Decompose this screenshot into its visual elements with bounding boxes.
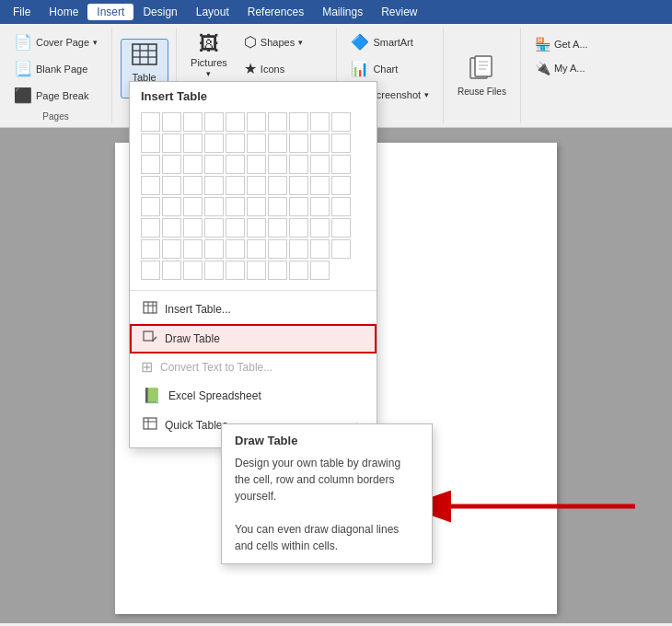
grid-cell[interactable]: [162, 197, 181, 216]
grid-cell[interactable]: [226, 197, 245, 216]
grid-cell[interactable]: [183, 112, 203, 132]
grid-cell[interactable]: [162, 218, 181, 238]
draw-table-option[interactable]: Draw Table: [130, 324, 377, 354]
grid-cell[interactable]: [247, 218, 266, 238]
grid-cell[interactable]: [289, 133, 308, 153]
grid-cell[interactable]: [268, 112, 287, 132]
grid-cell[interactable]: [226, 112, 245, 132]
grid-cell[interactable]: [268, 176, 287, 195]
grid-cell[interactable]: [331, 218, 351, 238]
insert-table-option[interactable]: Insert Table...: [130, 295, 377, 324]
grid-cell[interactable]: [204, 133, 224, 153]
grid-cell[interactable]: [204, 112, 224, 132]
page-break-button[interactable]: ⬛ Page Break: [7, 83, 104, 108]
grid-cell[interactable]: [204, 261, 224, 280]
blank-page-button[interactable]: 📃 Blank Page: [7, 56, 104, 81]
grid-cell[interactable]: [289, 176, 308, 195]
grid-cell[interactable]: [183, 218, 203, 238]
grid-cell[interactable]: [289, 197, 308, 216]
grid-cell[interactable]: [204, 197, 224, 216]
grid-cell[interactable]: [268, 218, 287, 238]
grid-cell[interactable]: [226, 218, 245, 238]
grid-cell[interactable]: [268, 155, 287, 174]
grid-cell[interactable]: [289, 155, 308, 174]
grid-cell[interactable]: [141, 197, 160, 216]
menu-mailings[interactable]: Mailings: [313, 4, 372, 20]
grid-cell[interactable]: [310, 261, 330, 280]
grid-cell[interactable]: [162, 239, 181, 259]
grid-cell[interactable]: [268, 239, 287, 259]
grid-cell[interactable]: [141, 112, 160, 132]
grid-cell[interactable]: [310, 197, 330, 216]
grid-cell[interactable]: [247, 112, 266, 132]
grid-cell[interactable]: [310, 218, 330, 238]
grid-cell[interactable]: [226, 176, 245, 195]
menu-design[interactable]: Design: [133, 4, 186, 20]
grid-cell[interactable]: [141, 239, 160, 259]
grid-cell[interactable]: [289, 239, 308, 259]
grid-cell[interactable]: [289, 218, 308, 238]
grid-cell[interactable]: [204, 155, 224, 174]
menu-references[interactable]: References: [238, 4, 313, 20]
grid-cell[interactable]: [226, 133, 245, 153]
grid-cell[interactable]: [310, 133, 330, 153]
reuse-files-button[interactable]: Reuse Files: [451, 50, 513, 102]
grid-cell[interactable]: [162, 133, 181, 153]
cover-page-button[interactable]: 📄 Cover Page ▾: [7, 29, 104, 54]
grid-cell[interactable]: [247, 133, 266, 153]
grid-cell[interactable]: [289, 261, 308, 280]
shapes-button[interactable]: ⬡ Shapes ▾: [238, 29, 330, 54]
grid-cell[interactable]: [204, 239, 224, 259]
menu-review[interactable]: Review: [372, 4, 426, 20]
grid-cell[interactable]: [226, 261, 245, 280]
grid-cell[interactable]: [183, 261, 203, 280]
grid-cell[interactable]: [331, 112, 351, 132]
chart-button[interactable]: 📊 Chart: [344, 56, 404, 81]
grid-cell[interactable]: [310, 155, 330, 174]
grid-cell[interactable]: [226, 155, 245, 174]
grid-cell[interactable]: [141, 176, 160, 195]
icons-button[interactable]: ★ Icons: [238, 56, 330, 81]
menu-file[interactable]: File: [4, 4, 40, 20]
grid-cell[interactable]: [247, 176, 266, 195]
menu-layout[interactable]: Layout: [187, 4, 238, 20]
grid-cell[interactable]: [247, 197, 266, 216]
grid-cell[interactable]: [310, 176, 330, 195]
grid-cell[interactable]: [162, 155, 181, 174]
grid-cell[interactable]: [141, 218, 160, 238]
grid-cell[interactable]: [183, 133, 203, 153]
grid-cell[interactable]: [331, 176, 351, 195]
menu-home[interactable]: Home: [40, 4, 87, 20]
grid-cell[interactable]: [268, 133, 287, 153]
grid-cell[interactable]: [331, 239, 351, 259]
pictures-button[interactable]: 🖼 Pictures ▾: [184, 29, 234, 85]
grid-cell[interactable]: [310, 112, 330, 132]
grid-cell[interactable]: [331, 133, 351, 153]
grid-cell[interactable]: [162, 176, 181, 195]
grid-cell[interactable]: [204, 218, 224, 238]
grid-cell[interactable]: [162, 112, 181, 132]
grid-cell[interactable]: [141, 155, 160, 174]
grid-cell[interactable]: [183, 155, 203, 174]
grid-cell[interactable]: [141, 133, 160, 153]
smartart-button[interactable]: 🔷 SmartArt: [344, 29, 419, 54]
grid-cell[interactable]: [247, 155, 266, 174]
grid-cell[interactable]: [141, 261, 160, 280]
table-grid-picker[interactable]: [130, 107, 377, 286]
grid-cell[interactable]: [183, 176, 203, 195]
grid-cell[interactable]: [226, 239, 245, 259]
grid-cell[interactable]: [268, 197, 287, 216]
menu-insert[interactable]: Insert: [87, 4, 133, 20]
my-addins-button[interactable]: 🔌 My A...: [528, 57, 592, 79]
get-addins-button[interactable]: 🏪 Get A...: [528, 33, 595, 55]
grid-cell[interactable]: [289, 112, 308, 132]
grid-cell[interactable]: [247, 261, 266, 280]
grid-cell[interactable]: [183, 197, 203, 216]
grid-cell[interactable]: [310, 239, 330, 259]
grid-cell[interactable]: [162, 261, 181, 280]
grid-cell[interactable]: [268, 261, 287, 280]
grid-cell[interactable]: [183, 239, 203, 259]
grid-cell[interactable]: [331, 155, 351, 174]
grid-cell[interactable]: [247, 239, 266, 259]
grid-cell[interactable]: [204, 176, 224, 195]
